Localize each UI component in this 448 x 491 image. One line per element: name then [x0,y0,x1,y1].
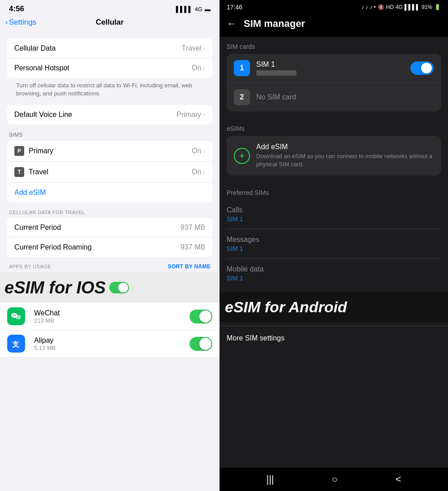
apps-by-usage-label: APPS BY USAGE [9,264,51,269]
sim1-info: SIM 1 [256,60,410,76]
sims-section: SIMs P Primary On › [7,132,212,202]
ios-header: ‹ Settings Cellular [0,16,220,31]
android-page-title: SIM manager [244,18,305,30]
add-esim-row[interactable]: + Add eSIM Download an eSIM so you can c… [227,136,441,176]
alipay-app-row-left: 支 Alipay 5.13 MB [7,335,56,353]
cellular-description: Turn off cellular data to restrict all d… [14,82,205,98]
esims-card: + Add eSIM Download an eSIM so you can c… [227,136,441,176]
current-period-roaming-value: 937 MB [181,243,205,251]
messages-item[interactable]: Messages SIM 1 [227,229,441,259]
battery-icon-android: 🔋 [434,4,441,10]
default-voice-value: Primary [177,111,201,119]
sim2-info: No SIM card [256,93,434,101]
sort-by-name-button[interactable]: SORT BY NAME [168,263,211,270]
travel-sim-row[interactable]: T Travel On › [7,162,212,183]
wechat-name: WeChat [34,309,60,317]
primary-sim-row[interactable]: P Primary On › [7,141,212,162]
calls-item[interactable]: Calls SIM 1 [227,200,441,229]
hd-badge: HD [386,4,394,10]
personal-hotspot-row[interactable]: Personal Hotspot On › [7,58,212,78]
alipay-size: 5.13 MB [34,345,56,351]
chevron-right-icon3: › [203,111,205,118]
esim-ios-toggle[interactable] [109,282,129,293]
cellular-travel-section: CELLULAR DATA FOR TRAVEL Current Period … [0,210,220,257]
current-period-row[interactable]: Current Period 937 MB [7,218,212,237]
alipay-icon: 支 [7,335,25,353]
current-period-roaming-row[interactable]: Current Period Roaming 937 MB [7,237,212,257]
calls-label: Calls [227,206,441,214]
more-sim-settings-row[interactable]: More SIM settings [220,326,448,350]
add-esim-row[interactable]: Add eSIM [7,183,212,202]
primary-sim-right: On › [192,147,205,155]
travel-sim-left: T Travel [14,167,48,177]
travel-sim-label: Travel [29,168,48,176]
messages-label: Messages [227,236,441,244]
ios-content: Cellular Data Travel › Personal Hotspot … [0,31,220,491]
apps-sort-row: APPS BY USAGE SORT BY NAME [0,261,220,272]
chevron-left-icon: ‹ [5,18,8,27]
add-esim-info: Add eSIM Download an eSIM so you can con… [256,143,434,168]
battery-percent: 91% [422,4,432,10]
alipay-name: Alipay [34,336,56,345]
network-type: 4G [195,6,202,13]
list-item[interactable]: 支 Alipay 5.13 MB [0,330,220,357]
sim2-row: 2 No SIM card [227,83,441,112]
chevron-right-icon5: › [203,168,205,176]
android-home-button[interactable]: ○ [332,474,337,485]
android-panel: 17:46 ♪ ♪ ♪ • 🔇 HD 4G ▌▌▌▌ 91% 🔋 ← SIM m… [220,0,448,491]
ios-panel: 4:56 ▌▌▌▌ 4G ▬ ‹ Settings Cellular [0,0,220,491]
cellular-data-value: Travel [181,44,201,52]
messages-value: SIM 1 [227,245,441,252]
wechat-toggle[interactable] [190,310,212,323]
ios-status-bar: 4:56 ▌▌▌▌ 4G ▬ [0,0,220,16]
more-sim-settings-label: More SIM settings [227,334,284,342]
add-esim-label[interactable]: Add eSIM [14,189,46,197]
mobile-data-value: SIM 1 [227,275,441,282]
android-content: SIM cards 1 SIM 1 [220,37,448,468]
ios-top-section: Cellular Data Travel › Personal Hotspot … [7,39,212,98]
preferred-sims-section: Calls SIM 1 Messages SIM 1 Mobile data S… [220,200,448,288]
tiktok-icons: ♪ ♪ ♪ • [361,4,375,10]
alipay-toggle[interactable] [190,337,212,351]
android-back-nav-button[interactable]: < [396,474,401,485]
esim-ios-text: eSIM for IOS [0,278,106,297]
ios-back-label[interactable]: Settings [9,18,36,27]
svg-point-1 [13,315,14,316]
android-header: ← SIM manager [220,13,448,37]
personal-hotspot-label: Personal Hotspot [14,64,69,72]
sim1-toggle[interactable] [410,61,434,75]
default-voice-right: Primary › [177,111,205,119]
sim1-badge: 1 [234,60,250,76]
sim1-name: SIM 1 [256,60,410,69]
list-item[interactable]: WeChat 213 MB [0,303,220,330]
primary-sim-value: On [192,147,201,155]
add-esim-desc: Download an eSIM so you can connect to m… [256,152,434,168]
android-menu-button[interactable]: ||| [266,474,274,485]
cellular-data-label: Cellular Data [14,44,56,52]
mobile-data-label: Mobile data [227,265,441,273]
android-status-bar: 17:46 ♪ ♪ ♪ • 🔇 HD 4G ▌▌▌▌ 91% 🔋 [220,0,448,13]
wechat-size: 213 MB [34,317,60,324]
sims-card: P Primary On › T Travel [7,141,212,202]
chevron-right-icon4: › [203,147,205,155]
default-voice-row[interactable]: Default Voice Line Primary › [7,105,212,125]
default-voice-section: Default Voice Line Primary › [7,105,212,125]
android-back-button[interactable]: ← [227,18,237,30]
sim2-badge: 2 [234,89,250,105]
sim1-row[interactable]: 1 SIM 1 [227,54,441,83]
svg-point-2 [15,315,16,316]
cellular-travel-label: CELLULAR DATA FOR TRAVEL [7,210,212,215]
mobile-data-item[interactable]: Mobile data SIM 1 [227,259,441,288]
android-time: 17:46 [227,4,242,11]
wechat-app-row-left: WeChat 213 MB [7,307,60,325]
network-4g: 4G [396,4,403,10]
ios-time: 4:56 [9,4,24,13]
wechat-info: WeChat 213 MB [34,309,60,324]
ios-page-title: Cellular [96,18,124,27]
sims-section-label: SIMs [7,132,212,138]
esim-android-banner: eSIM for Android [220,292,448,322]
mute-icon: 🔇 [378,4,384,10]
chevron-right-icon2: › [203,65,205,72]
ios-back-button[interactable]: ‹ Settings [5,18,36,27]
cellular-data-row[interactable]: Cellular Data Travel › [7,39,212,58]
